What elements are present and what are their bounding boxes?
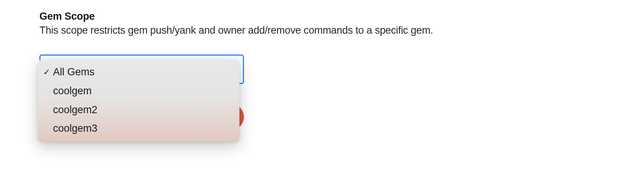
option-label: coolgem2 [53,103,97,117]
section-title: Gem Scope [39,11,644,22]
checkmark-icon: ✓ [43,68,52,76]
option-all-gems[interactable]: ✓ All Gems [38,63,239,82]
gem-scope-dropdown: ✓ All Gems coolgem coolgem2 coolgem3 [38,60,239,142]
option-coolgem[interactable]: coolgem [38,82,239,101]
option-label: All Gems [53,65,95,79]
option-label: coolgem [53,84,92,98]
option-label: coolgem3 [53,121,97,136]
option-coolgem2[interactable]: coolgem2 [38,101,239,120]
section-description: This scope restricts gem push/yank and o… [39,25,644,36]
option-coolgem3[interactable]: coolgem3 [38,119,239,138]
